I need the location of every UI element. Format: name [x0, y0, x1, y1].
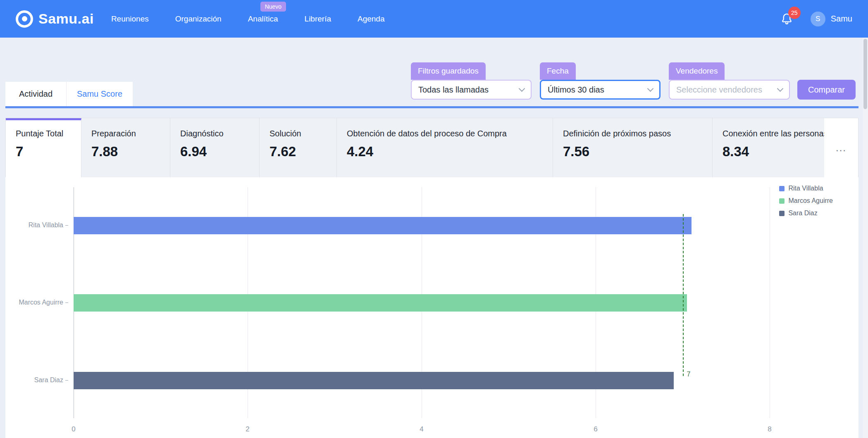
score-card-value: 7.62: [269, 144, 327, 159]
nuevo-badge: Nuevo: [260, 2, 286, 12]
score-card-value: 7.88: [91, 144, 160, 159]
chart-bar-marcos[interactable]: [74, 294, 687, 312]
chart-bar-rita[interactable]: [74, 217, 692, 234]
page-scrollbar: [863, 38, 868, 438]
x-axis-tick: 2: [246, 425, 249, 433]
legend-swatch-icon: [779, 186, 785, 191]
nav-reuniones[interactable]: Reuniones: [111, 14, 149, 24]
date-filter-value: Últimos 30 dias: [548, 85, 604, 95]
score-card-value: 8.34: [723, 144, 814, 159]
legend-item-sara[interactable]: Sara Diaz: [779, 209, 833, 217]
x-axis-tick: 4: [420, 425, 423, 433]
score-card-value: 7: [16, 144, 71, 159]
legend-label: Rita Villabla: [788, 185, 823, 192]
x-axis-tick: 6: [594, 425, 597, 433]
date-filter-dropdown[interactable]: Últimos 30 dias: [540, 80, 661, 100]
score-card-label: Puntaje Total: [16, 129, 71, 138]
score-card-value: 4.24: [347, 144, 543, 159]
nav-organizacion[interactable]: Organización: [175, 14, 222, 24]
legend-item-rita[interactable]: Rita Villabla: [779, 185, 833, 192]
date-filter-label: Fecha: [540, 62, 576, 80]
chevron-down-icon: [777, 85, 784, 92]
chart-category-label: Rita Villabla: [5, 221, 68, 229]
score-card-label: Diagnóstico: [180, 129, 249, 138]
score-card-preparacion[interactable]: Preparación 7.88: [81, 118, 170, 177]
user-avatar: S: [811, 12, 825, 26]
chart-category-label: Sara Diaz: [5, 376, 68, 384]
tabs-active-underline: [5, 106, 858, 108]
samu-score-chart: Rita Villabla Marcos Aguirre Sara Diaz 7…: [5, 177, 858, 438]
top-navbar: Samu.ai Reuniones Organización Analítica…: [0, 0, 868, 38]
compare-button[interactable]: Comparar: [797, 80, 856, 100]
score-card-solucion[interactable]: Solución 7.62: [260, 118, 337, 177]
saved-filters-value: Todas las llamadas: [418, 85, 489, 95]
chevron-down-icon: [519, 85, 525, 92]
scrollbar-thumb[interactable]: [863, 39, 867, 109]
score-card-conexion-personas[interactable]: Conexión entre las personas 8.34: [713, 118, 824, 177]
legend-label: Marcos Aguirre: [788, 197, 833, 205]
score-card-puntaje-total[interactable]: Puntaje Total 7: [6, 118, 81, 177]
score-card-diagnostico[interactable]: Diagnóstico 6.94: [170, 118, 260, 177]
x-axis-tick: 0: [72, 425, 75, 433]
navbar-right: 25 S Samu: [780, 12, 852, 26]
chart-plot-area: 7 0 2 4 6 8: [74, 187, 770, 418]
legend-item-marcos[interactable]: Marcos Aguirre: [779, 197, 833, 205]
brand-logo[interactable]: Samu.ai: [16, 10, 94, 28]
tab-samu-score[interactable]: Samu Score: [66, 82, 133, 106]
nav-agenda[interactable]: Agenda: [358, 14, 385, 24]
tab-actividad[interactable]: Actividad: [5, 82, 66, 106]
average-reference-label: 7: [687, 371, 691, 378]
nav-libreria[interactable]: Librería: [305, 14, 331, 24]
nav-analitica[interactable]: Analítica: [248, 14, 278, 23]
score-card-value: 7.56: [563, 144, 702, 159]
score-card-label: Preparación: [91, 129, 160, 138]
app-screen: Samu.ai Reuniones Organización Analítica…: [0, 0, 868, 438]
chevron-down-icon: [647, 85, 654, 92]
samu-logo-icon: [16, 10, 33, 28]
legend-swatch-icon: [779, 198, 785, 204]
brand-name: Samu.ai: [38, 11, 94, 27]
score-card-label: Solución: [269, 129, 327, 138]
sellers-filter-dropdown[interactable]: Seleccione vendedores: [669, 80, 790, 100]
user-name: Samu: [831, 14, 852, 24]
score-card-label: Obtención de datos del proceso de Compra: [347, 129, 543, 138]
gridline: [770, 187, 770, 418]
score-cards-row: Puntaje Total 7 Preparación 7.88 Diagnós…: [5, 118, 858, 177]
score-card-label: Definición de próximos pasos: [563, 129, 702, 138]
saved-filters-dropdown[interactable]: Todas las llamadas: [411, 80, 532, 100]
chart-category-label: Marcos Aguirre: [5, 299, 68, 306]
main-nav: Reuniones Organización Analítica Nuevo L…: [111, 14, 385, 24]
chart-legend: Rita Villabla Marcos Aguirre Sara Diaz: [779, 185, 833, 222]
x-axis-tick: 8: [768, 425, 771, 433]
score-card-label: Conexión entre las personas: [723, 129, 814, 138]
more-cards-button[interactable]: ...: [824, 118, 858, 177]
legend-swatch-icon: [779, 211, 785, 216]
saved-filters-label: Filtros guardados: [411, 62, 486, 80]
score-card-value: 6.94: [180, 144, 249, 159]
notifications-button[interactable]: 25: [780, 12, 793, 25]
score-card-obtencion-datos[interactable]: Obtención de datos del proceso de Compra…: [337, 118, 553, 177]
average-reference-line: [683, 214, 684, 376]
user-menu[interactable]: S Samu: [811, 12, 852, 26]
nav-analitica-wrap: Analítica Nuevo: [248, 14, 278, 24]
chart-bar-sara[interactable]: [74, 372, 674, 389]
sellers-filter-label: Vendedores: [669, 62, 725, 80]
legend-label: Sara Diaz: [788, 209, 817, 217]
sellers-filter-placeholder: Seleccione vendedores: [676, 85, 762, 95]
notification-count-badge: 25: [788, 7, 801, 19]
score-card-proximos-pasos[interactable]: Definición de próximos pasos 7.56: [553, 118, 713, 177]
